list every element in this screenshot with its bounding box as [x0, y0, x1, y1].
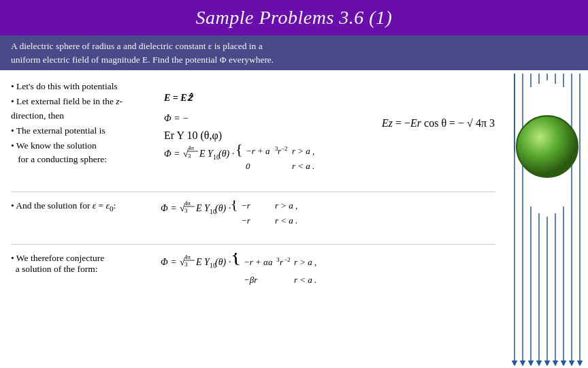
- phi-conducting-formula: Φ = √ 4π 3 E Y 10 (θ) · { −r + a 3 r −2: [164, 144, 495, 185]
- field-lines-svg: [506, 70, 588, 368]
- svg-text:4π: 4π: [184, 254, 191, 260]
- svg-text:r < a .: r < a .: [292, 161, 314, 171]
- bullet-2: Let external field be in the z-direction…: [11, 95, 150, 123]
- main-bullets: Let's do this with potentials Let extern…: [11, 80, 150, 167]
- bullet-3: The external potential is: [11, 124, 150, 138]
- svg-text:E Y: E Y: [195, 257, 211, 267]
- main-content: Let's do this with potentials Let extern…: [0, 70, 588, 368]
- svg-text:4π: 4π: [184, 200, 191, 206]
- svg-text:−r: −r: [241, 200, 251, 211]
- svg-text:(θ) ·: (θ) ·: [215, 257, 231, 268]
- svg-text:3: 3: [184, 207, 188, 214]
- phi-external-formula: Φ = −Ez = −Er cos θ = − √ 4π 3 Er Y 10 (…: [164, 108, 495, 142]
- svg-text:r > a ,: r > a ,: [275, 200, 297, 211]
- conjecture-label: • We therefore conjecture a solution of …: [11, 253, 147, 275]
- svg-text:−2: −2: [281, 145, 288, 152]
- svg-text:Φ = −: Φ = −: [164, 113, 189, 123]
- svg-text:E Y: E Y: [195, 203, 211, 213]
- svg-text:−r + αa: −r + αa: [244, 257, 273, 267]
- svg-text:0: 0: [246, 161, 250, 171]
- phi-cond-svg: Φ = √ 4π 3 E Y 10 (θ) · { −r + a 3 r −2: [164, 144, 375, 182]
- svg-text:{: {: [235, 144, 243, 157]
- bullet-4: We know the solution for a conducting sp…: [11, 139, 150, 167]
- desc-line1: A dielectric sphere of radius a and diel…: [11, 41, 263, 51]
- right-formulas-col: E = Eẑ Φ = −Ez = −Er cos θ = − √ 4π 3 Er…: [164, 80, 495, 185]
- conjecture-section: • We therefore conjecture a solution of …: [11, 253, 495, 302]
- svg-text:−2: −2: [284, 256, 291, 263]
- bullet-1: Let's do this with potentials: [11, 80, 150, 93]
- svg-text:(θ) ·: (θ) ·: [215, 203, 231, 214]
- svg-text:{: {: [231, 253, 241, 267]
- conj-svg: Φ = √ 4π 3 E Y 10 (θ) · { −r + αa 3 r −2…: [161, 253, 331, 299]
- description-bar: A dielectric sphere of radius a and diel…: [0, 35, 588, 70]
- svg-text:3: 3: [188, 153, 191, 159]
- divider-2: [11, 244, 495, 245]
- divider-1: [11, 191, 495, 192]
- svg-text:E Y: E Y: [199, 149, 214, 159]
- page-title: Sample Problems 3.6 (1): [196, 7, 393, 28]
- right-panel: [506, 70, 588, 368]
- svg-point-61: [517, 116, 578, 177]
- eps-label: • And the solution for ε = ε0:: [11, 200, 147, 213]
- title-bar: Sample Problems 3.6 (1): [0, 0, 588, 35]
- bullet-section: Let's do this with potentials Let extern…: [11, 80, 495, 185]
- svg-text:−r: −r: [241, 215, 251, 226]
- phi-ext-svg: Φ = −: [164, 108, 382, 127]
- svg-text:4π: 4π: [188, 144, 195, 151]
- svg-text:Φ =: Φ =: [164, 149, 180, 159]
- svg-text:r > a ,: r > a ,: [294, 257, 316, 267]
- svg-text:−βr: −βr: [244, 275, 258, 285]
- svg-text:Φ =: Φ =: [161, 257, 177, 267]
- svg-text:r < a .: r < a .: [294, 275, 316, 285]
- left-content: Let's do this with potentials Let extern…: [0, 70, 506, 368]
- desc-line2: uniform electric field of magnitude E. F…: [11, 55, 274, 65]
- eps-svg: Φ = √ 4π 3 E Y 10 (θ) · { −r r > a , −r …: [161, 200, 317, 234]
- e-field-formula: E = Eẑ: [164, 92, 495, 104]
- eps-section: • And the solution for ε = ε0: Φ = √ 4π …: [11, 200, 495, 237]
- svg-text:r < a .: r < a .: [275, 215, 297, 226]
- svg-text:Φ =: Φ =: [161, 203, 177, 213]
- svg-text:−r + a: −r + a: [246, 146, 270, 156]
- eps-formula: Φ = √ 4π 3 E Y 10 (θ) · { −r r > a , −r …: [161, 200, 317, 237]
- conjecture-formula: Φ = √ 4π 3 E Y 10 (θ) · { −r + αa 3 r −2…: [161, 253, 331, 302]
- svg-text:r > a ,: r > a ,: [292, 146, 314, 156]
- svg-text:(θ) ·: (θ) ·: [218, 149, 234, 159]
- svg-text:{: {: [231, 200, 238, 212]
- svg-text:3: 3: [184, 261, 188, 268]
